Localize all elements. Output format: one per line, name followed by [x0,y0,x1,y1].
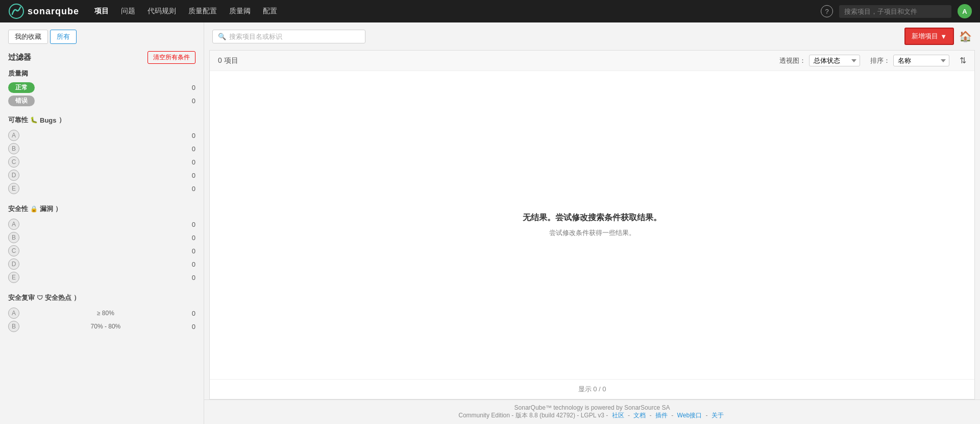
reliability-title: 可靠性 🐛 Bugs ） [8,115,195,125]
footer-link-docs[interactable]: 文档 [633,412,646,419]
sonarqube-logo-icon [8,3,24,19]
logo: sonarqube [8,3,79,19]
sec-rating-b-circle[interactable]: B [8,232,19,243]
perspective-select[interactable]: 总体状态可靠性安全性安全复审覆盖率重复 [809,55,860,66]
clear-all-button[interactable]: 清空所有条件 [148,51,195,64]
home-button[interactable]: 🏠 [959,30,972,42]
security-rating-d: D 0 [8,257,195,271]
rating-c-circle[interactable]: C [8,156,19,168]
projects-count: 0 项目 [218,56,238,65]
shield-icon: 🛡 [37,294,43,301]
rating-b-count: 0 [192,145,195,153]
show-count: 显示 0 / 0 [210,379,974,399]
perspective-label: 透视图： [779,56,806,65]
sidebar-tabs: 我的收藏 所有 [0,22,204,49]
rating-e-count: 0 [192,185,195,193]
reliability-filter: 可靠性 🐛 Bugs ） A 0 B 0 C 0 D [8,115,195,195]
nav-items: 项目 问题 代码规则 质量配置 质量阈 配置 [89,5,811,18]
security-rating-a: A 0 [8,218,195,231]
rating-e-circle[interactable]: E [8,183,19,194]
svg-point-0 [9,4,23,18]
nav-item-issues[interactable]: 问题 [116,5,140,18]
sec-rating-d-circle[interactable]: D [8,258,19,270]
sort-select[interactable]: 名称质量阈最后分析时间 [893,55,949,66]
qg-badge-ok[interactable]: 正常 [8,82,35,93]
sr-rating-b-circle[interactable]: B [8,321,19,332]
quality-gate-error: 错误 0 [8,96,195,106]
reliability-rating-b: B 0 [8,142,195,155]
security-review-filter: 安全复审 🛡 安全热点 ） A ≥ 80% 0 B 70% - 80% 0 [8,293,195,333]
content-main: 0 项目 透视图： 总体状态可靠性安全性安全复审覆盖率重复 排序： 名称质量阈最… [209,50,975,399]
nav-item-settings[interactable]: 配置 [258,5,282,18]
rating-a-circle[interactable]: A [8,130,19,141]
footer-edition: Community Edition - 版本 8.8 (build 42792)… [208,411,976,420]
toolbar-right: 新增项目 ▼ 🏠 [904,28,972,45]
security-rating-e: E 0 [8,271,195,284]
content-area: 🔍 新增项目 ▼ 🏠 0 项目 透视图： 总体状态可靠性安全性安全复审覆盖率重复 [204,22,980,424]
qg-count-ok: 0 [192,84,195,91]
footer-link-about[interactable]: 关于 [712,412,724,419]
nav-item-quality-profiles[interactable]: 质量配置 [183,5,222,18]
nav-item-rules[interactable]: 代码规则 [142,5,181,18]
user-avatar[interactable]: A [958,4,972,18]
new-project-button[interactable]: 新增项目 ▼ [904,28,954,45]
nav-item-quality-gates[interactable]: 质量阈 [224,5,256,18]
quality-gate-ok: 正常 0 [8,82,195,93]
filters-bar: 0 项目 透视图： 总体状态可靠性安全性安全复审覆盖率重复 排序： 名称质量阈最… [210,51,974,71]
empty-state: 无结果。尝试修改搜索条件获取结果。 尝试修改条件获得一些结果。 [210,71,974,379]
nav-item-projects[interactable]: 项目 [89,5,114,18]
sr-rating-b: B 70% - 80% 0 [8,320,195,333]
lock-icon: 🔒 [30,205,38,213]
page-footer: SonarQube™ technology is powered by Sona… [204,399,980,424]
empty-title: 无结果。尝试修改搜索条件获取结果。 [523,213,662,223]
footer-link-webapi[interactable]: Web接口 [677,412,702,419]
help-button[interactable]: ? [821,5,833,17]
footer-link-community[interactable]: 社区 [612,412,624,419]
project-search-box[interactable]: 🔍 [212,30,365,43]
reliability-rating-c: C 0 [8,155,195,169]
sr-rating-a-circle[interactable]: A [8,308,19,319]
sort-label: 排序： [870,56,890,65]
global-search-input[interactable] [839,5,951,18]
bug-icon: 🐛 [30,116,38,124]
security-rating-b: B 0 [8,231,195,244]
qg-count-error: 0 [192,97,195,105]
security-filter: 安全性 🔒 漏洞 ） A 0 B 0 C 0 D [8,204,195,284]
main-layout: 我的收藏 所有 过滤器 清空所有条件 质量阈 正常 0 错误 0 [0,22,980,424]
rating-a-count: 0 [192,132,195,139]
sec-rating-e-circle[interactable]: E [8,272,19,283]
top-navigation: sonarqube 项目 问题 代码规则 质量配置 质量阈 配置 ? A [0,0,980,22]
filter-header: 过滤器 清空所有条件 [8,51,195,64]
view-controls: 透视图： 总体状态可靠性安全性安全复审覆盖率重复 排序： 名称质量阈最后分析时间… [779,55,966,66]
reliability-rating-e: E 0 [8,182,195,195]
footer-tech: SonarQube™ technology is powered by Sona… [208,404,976,411]
sort-direction-icon[interactable]: ⇅ [960,56,966,65]
rating-d-count: 0 [192,172,195,179]
footer-link-plugins[interactable]: 插件 [655,412,668,419]
tab-all[interactable]: 所有 [50,30,77,44]
content-toolbar: 🔍 新增项目 ▼ 🏠 [204,22,980,50]
sidebar-scrollable[interactable]: 过滤器 清空所有条件 质量阈 正常 0 错误 0 [0,49,204,424]
sec-rating-c-circle[interactable]: C [8,245,19,256]
empty-subtitle: 尝试修改条件获得一些结果。 [549,228,635,238]
perspective-control: 透视图： 总体状态可靠性安全性安全复审覆盖率重复 [779,55,860,66]
security-title: 安全性 🔒 漏洞 ） [8,204,195,214]
nav-right: ? A [821,4,972,18]
security-review-title: 安全复审 🛡 安全热点 ） [8,293,195,302]
project-search-input[interactable] [229,33,360,40]
sort-control: 排序： 名称质量阈最后分析时间 [870,55,949,66]
rating-c-count: 0 [192,158,195,166]
sidebar: 我的收藏 所有 过滤器 清空所有条件 质量阈 正常 0 错误 0 [0,22,204,424]
filter-title: 过滤器 [8,53,31,62]
rating-d-circle[interactable]: D [8,170,19,181]
tab-favorites[interactable]: 我的收藏 [8,30,48,44]
sec-rating-a-circle[interactable]: A [8,219,19,230]
quality-gate-filter: 质量阈 正常 0 错误 0 [8,69,195,106]
security-rating-c: C 0 [8,244,195,257]
qg-badge-error[interactable]: 错误 [8,96,35,106]
reliability-rating-a: A 0 [8,129,195,142]
search-icon: 🔍 [218,33,226,40]
sr-rating-a: A ≥ 80% 0 [8,307,195,320]
rating-b-circle[interactable]: B [8,143,19,154]
quality-gate-title: 质量阈 [8,69,195,78]
